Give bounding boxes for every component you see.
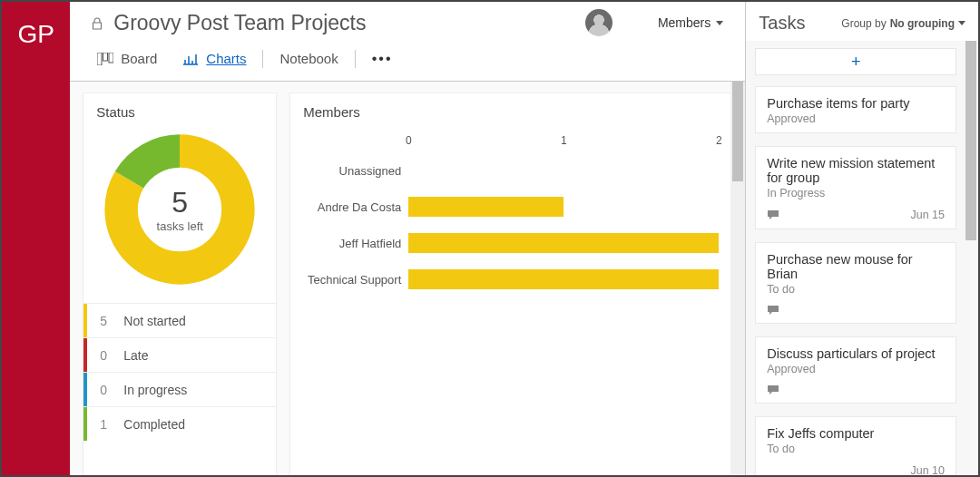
bar-label: Jeff Hatfield [299, 237, 408, 250]
task-title: Fix Jeffs computer [767, 426, 945, 441]
bar-track [408, 197, 719, 217]
bar-label: Andre Da Costa [299, 200, 408, 214]
status-card: Status 5 tasks left 5Not started0Late0In… [83, 92, 277, 475]
chevron-down-icon [958, 21, 965, 25]
chevron-down-icon [716, 21, 723, 25]
divider [355, 50, 356, 68]
chart-axis: 012 [408, 134, 719, 152]
card-title: Members [290, 93, 737, 125]
bar-track [408, 233, 719, 253]
tab-label: Board [121, 51, 157, 66]
page-header: Groovy Post Team Projects Members [70, 2, 745, 38]
task-status: To do [767, 443, 945, 455]
legend-row: 0In progress [83, 372, 276, 406]
task-card[interactable]: Discuss particulars of projectApproved [755, 336, 956, 404]
members-dropdown[interactable]: Members [658, 15, 723, 30]
charts-icon [182, 53, 199, 65]
legend-count: 0 [100, 383, 123, 397]
bar-label: Technical Support [299, 273, 408, 287]
task-title: Write new mission statement for group [767, 156, 945, 185]
task-card[interactable]: Fix Jeffs computerTo doJun 10 [755, 416, 956, 475]
svg-rect-2 [109, 53, 113, 63]
task-date: Jun 15 [910, 209, 945, 221]
legend-color-swatch [83, 304, 87, 337]
lock-icon [92, 17, 103, 30]
app-rail: GP [2, 2, 70, 475]
legend-row: 0Late [83, 337, 276, 372]
comment-icon [767, 305, 779, 316]
tab-label: Charts [206, 51, 246, 66]
tasks-panel: Tasks Group by No grouping + Purchase it… [746, 2, 978, 475]
members-card: Members 012 UnassignedAndre Da CostaJeff… [289, 92, 738, 475]
tasks-title: Tasks [759, 13, 805, 34]
axis-tick: 1 [561, 134, 567, 147]
board-icon [97, 53, 113, 65]
task-card[interactable]: Write new mission statement for groupIn … [755, 146, 956, 229]
bar-row: Unassigned [299, 152, 719, 189]
tab-label: Notebook [279, 51, 338, 66]
scrollbar-thumb[interactable] [965, 41, 976, 240]
task-title: Purchase new mouse for Brian [767, 252, 945, 281]
bar-row: Andre Da Costa [299, 189, 719, 225]
legend-label: Completed [123, 417, 185, 432]
group-by-value: No grouping [890, 17, 955, 30]
svg-rect-1 [103, 53, 108, 61]
legend-count: 5 [100, 314, 123, 328]
avatar[interactable] [585, 9, 612, 36]
task-status: Approved [767, 112, 945, 125]
task-title: Purchase items for party [767, 96, 945, 111]
bar-label: Unassigned [299, 164, 408, 178]
tab-board[interactable]: Board [84, 45, 170, 72]
task-card[interactable]: Purchase items for partyApproved [755, 86, 956, 133]
group-by-label: Group by [841, 17, 886, 30]
legend-row: 1Completed [83, 406, 276, 441]
bar-fill [408, 197, 564, 217]
axis-tick: 2 [716, 134, 722, 147]
task-title: Discuss particulars of project [767, 346, 945, 361]
group-by-dropdown[interactable]: Group by No grouping [841, 17, 965, 30]
content-scrollbar[interactable] [730, 82, 745, 475]
view-tabs: Board Charts Notebook ••• [70, 38, 745, 82]
task-card[interactable]: Purchase new mouse for BrianTo do [755, 242, 956, 324]
task-status: In Progress [767, 187, 945, 200]
status-legend: 5Not started0Late0In progress1Completed [83, 303, 276, 441]
page-title: Groovy Post Team Projects [113, 11, 585, 35]
tab-charts[interactable]: Charts [170, 45, 259, 72]
bar-track [408, 161, 719, 180]
scrollbar-thumb[interactable] [732, 82, 743, 181]
legend-label: Not started [123, 314, 185, 328]
bar-fill [408, 269, 719, 289]
legend-row: 5Not started [83, 303, 276, 337]
task-status: Approved [767, 363, 945, 375]
donut-center-label: tasks left [157, 219, 203, 233]
legend-count: 0 [100, 348, 123, 363]
axis-tick: 0 [406, 134, 412, 147]
task-status: To do [767, 283, 945, 296]
legend-color-swatch [83, 407, 87, 441]
bar-fill [408, 233, 719, 253]
status-donut-chart: 5 tasks left [103, 132, 257, 287]
bar-row: Technical Support [299, 261, 719, 297]
bar-row: Jeff Hatfield [299, 225, 719, 261]
legend-label: In progress [123, 383, 187, 397]
task-date: Jun 10 [910, 464, 945, 475]
divider [262, 50, 263, 68]
tab-notebook[interactable]: Notebook [267, 45, 350, 72]
legend-label: Late [123, 348, 148, 363]
legend-color-swatch [83, 338, 87, 372]
svg-rect-0 [97, 53, 102, 65]
donut-center-number: 5 [172, 186, 188, 219]
card-title: Status [83, 93, 276, 125]
comment-icon [767, 385, 779, 395]
plus-icon: + [851, 53, 861, 72]
brand-badge: GP [2, 2, 70, 74]
tasks-scrollbar[interactable] [964, 41, 978, 475]
more-menu[interactable]: ••• [359, 51, 406, 67]
comment-icon [767, 209, 779, 220]
add-task-button[interactable]: + [755, 48, 956, 75]
members-dropdown-label: Members [658, 15, 710, 30]
legend-color-swatch [83, 373, 87, 406]
legend-count: 1 [100, 417, 123, 432]
bar-track [408, 269, 719, 289]
